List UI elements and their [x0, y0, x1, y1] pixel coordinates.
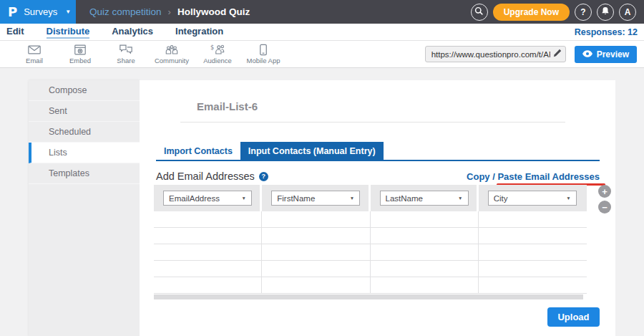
breadcrumb: Quiz competition › Hollywood Quiz [89, 6, 250, 17]
channel-audience[interactable]: $ Audience [195, 44, 240, 64]
horizontal-scrollbar[interactable] [154, 294, 583, 299]
first-name-cell[interactable] [262, 211, 370, 227]
table-row [154, 211, 587, 228]
upload-button[interactable]: Upload [547, 307, 600, 327]
city-cell[interactable] [479, 228, 587, 244]
email-address-column-select[interactable]: EmailAddress ▼ [163, 191, 252, 206]
notifications-button[interactable] [597, 4, 614, 21]
search-button[interactable] [471, 4, 488, 21]
city-column-select[interactable]: City ▼ [488, 191, 577, 206]
upgrade-now-button[interactable]: Upgrade Now [493, 4, 570, 21]
people-group-icon [165, 44, 179, 56]
select-value: City [494, 194, 508, 203]
select-caret-icon: ▼ [458, 196, 462, 201]
breadcrumb-parent[interactable]: Quiz competition [89, 6, 162, 17]
questionpro-logo-icon: P [8, 4, 17, 19]
survey-url-field [425, 46, 566, 62]
email-cell[interactable] [154, 211, 262, 227]
email-sidebar: Compose Sent Scheduled Lists Templates [29, 80, 140, 336]
help-tooltip-icon[interactable]: ? [259, 172, 268, 181]
nav-item-edit[interactable]: Edit [6, 26, 24, 39]
topbar-actions: Upgrade Now ? A [471, 4, 644, 21]
first-name-cell[interactable] [262, 244, 370, 260]
search-icon [474, 6, 484, 18]
sidebar-item-sent[interactable]: Sent [29, 101, 140, 122]
email-cell[interactable] [154, 261, 262, 277]
chat-bubbles-icon [119, 44, 133, 56]
last-name-cell[interactable] [371, 244, 479, 260]
remove-column-button[interactable]: − [598, 201, 611, 213]
distribute-toolbar: Email Embed Share Community $ Audience [0, 41, 644, 68]
envelope-icon [27, 44, 42, 56]
channel-label: Share [117, 57, 135, 64]
channel-share[interactable]: Share [103, 44, 149, 64]
last-name-column-select[interactable]: LastName ▼ [380, 191, 469, 206]
contacts-table-header: EmailAddress ▼ FirstName ▼ LastName ▼ Ci… [154, 185, 587, 211]
dollar-people-icon: $ [210, 44, 225, 56]
city-cell[interactable] [479, 277, 587, 293]
last-name-cell[interactable] [371, 228, 479, 244]
survey-url-input[interactable] [431, 50, 550, 59]
channel-label: Embed [69, 57, 91, 64]
select-caret-icon: ▼ [242, 196, 246, 201]
main-panel: Email-List-6 Import Contacts Input Conta… [140, 80, 615, 336]
nav-item-analytics[interactable]: Analytics [112, 26, 153, 39]
first-name-column-select[interactable]: FirstName ▼ [271, 191, 360, 206]
select-caret-icon: ▼ [566, 196, 570, 201]
column-header: EmailAddress ▼ [154, 185, 262, 211]
table-row [154, 261, 587, 277]
channel-label: Audience [203, 57, 232, 64]
column-header: City ▼ [479, 185, 587, 211]
channel-email[interactable]: Email [11, 44, 57, 64]
email-cell[interactable] [154, 277, 262, 293]
account-avatar[interactable]: A [619, 4, 636, 21]
preview-label: Preview [597, 49, 629, 59]
edit-url-button[interactable] [550, 49, 562, 59]
city-cell[interactable] [479, 261, 587, 277]
email-cell[interactable] [154, 228, 262, 244]
title-divider [180, 122, 565, 123]
last-name-cell[interactable] [371, 211, 479, 227]
select-value: LastName [386, 194, 423, 203]
sidebar-item-scheduled[interactable]: Scheduled [29, 122, 140, 143]
first-name-cell[interactable] [262, 261, 370, 277]
sidebar-item-templates[interactable]: Templates [29, 163, 140, 184]
first-name-cell[interactable] [262, 228, 370, 244]
chevron-down-icon: ▼ [65, 9, 71, 15]
city-cell[interactable] [479, 211, 587, 227]
mobile-phone-icon [259, 44, 268, 56]
email-list-title: Email-List-6 [197, 100, 258, 112]
tab-import-contacts[interactable]: Import Contacts [156, 142, 240, 160]
contacts-table: EmailAddress ▼ FirstName ▼ LastName ▼ Ci… [154, 185, 587, 299]
channel-mobile-app[interactable]: Mobile App [240, 44, 286, 64]
channel-community[interactable]: Community [149, 44, 195, 64]
breadcrumb-current: Hollywood Quiz [177, 6, 250, 17]
channel-embed[interactable]: Embed [57, 44, 103, 64]
email-cell[interactable] [154, 244, 262, 260]
sidebar-item-lists[interactable]: Lists [29, 143, 140, 163]
last-name-cell[interactable] [371, 261, 479, 277]
last-name-cell[interactable] [371, 277, 479, 293]
toolbar-right: Preview [425, 46, 644, 63]
table-row [154, 244, 587, 261]
avatar-initial: A [625, 7, 631, 17]
copy-paste-email-addresses-link[interactable]: Copy / Paste Email Addresses [467, 171, 600, 182]
responses-count[interactable]: Responses: 12 [575, 27, 638, 37]
city-cell[interactable] [479, 244, 587, 260]
breadcrumb-separator-icon: › [168, 6, 171, 17]
eye-icon [582, 49, 592, 59]
survey-nav-items: Edit Distribute Analytics Integration [6, 26, 223, 39]
surveys-menu-button[interactable]: P Surveys ▼ [0, 0, 76, 24]
contacts-tabs: Import Contacts Input Contacts (Manual E… [156, 142, 600, 161]
first-name-cell[interactable] [262, 277, 370, 293]
help-button[interactable]: ? [575, 4, 592, 21]
contacts-table-body [154, 211, 587, 294]
column-header: LastName ▼ [371, 185, 479, 211]
tab-input-contacts-manual-entry[interactable]: Input Contacts (Manual Entry) [240, 142, 384, 160]
sidebar-item-compose[interactable]: Compose [29, 80, 140, 101]
svg-text:$: $ [210, 44, 214, 51]
add-column-button[interactable]: + [598, 185, 611, 198]
nav-item-distribute[interactable]: Distribute [47, 26, 90, 39]
nav-item-integration[interactable]: Integration [175, 26, 223, 39]
preview-button[interactable]: Preview [575, 46, 637, 63]
